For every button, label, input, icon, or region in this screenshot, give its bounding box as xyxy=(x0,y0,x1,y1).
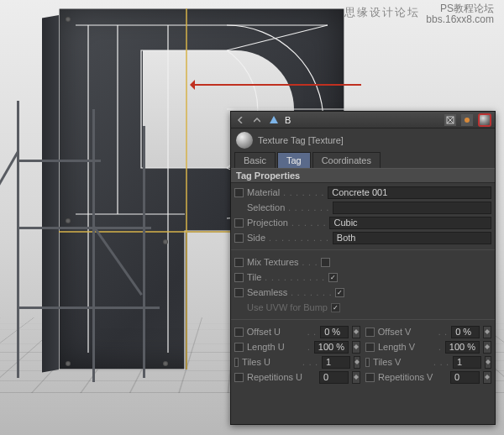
anim-dot-length-v[interactable] xyxy=(365,343,375,352)
scaffold-model xyxy=(0,101,218,386)
length-u-field[interactable]: 100 % xyxy=(314,341,349,354)
checkbox-seamless[interactable]: ✓ xyxy=(335,288,344,297)
watermark-center: 思缘设计论坛 xyxy=(344,5,420,20)
reps-v-spinner[interactable] xyxy=(483,371,491,384)
label-selection: Selection xyxy=(247,202,285,212)
anim-dot-tiles-v[interactable] xyxy=(365,358,370,367)
toolbar-icon-2[interactable] xyxy=(461,114,473,126)
nav-back-button[interactable] xyxy=(234,114,246,126)
label-projection: Projection xyxy=(247,218,288,228)
anim-dot-tiles-u[interactable] xyxy=(234,358,239,367)
object-type-icon xyxy=(268,114,280,126)
panel-toolbar: B xyxy=(231,112,495,128)
reps-v-field[interactable]: 0 xyxy=(450,371,480,384)
offset-v-spinner[interactable] xyxy=(483,326,491,338)
tiles-v-field[interactable]: 1 xyxy=(453,356,481,369)
length-v-spinner[interactable] xyxy=(483,341,491,354)
label-reps-v: Repetitions V xyxy=(378,372,447,382)
tab-basic[interactable]: Basic xyxy=(234,152,276,168)
material-preview-sphere xyxy=(236,132,253,149)
length-v-field[interactable]: 100 % xyxy=(445,341,480,354)
anim-dot-projection[interactable] xyxy=(234,218,244,228)
object-name-field[interactable]: B xyxy=(285,115,439,125)
selection-field[interactable] xyxy=(333,202,491,214)
tag-title: Texture Tag [Texture] xyxy=(258,135,344,145)
label-tile: Tile xyxy=(247,272,261,282)
label-use-uvw: Use UVW for Bump xyxy=(247,302,328,312)
attribute-manager-panel: B Texture Tag [Texture] Basic Tag Coordi… xyxy=(230,111,496,425)
rivet xyxy=(66,17,71,22)
offset-v-field[interactable]: 0 % xyxy=(451,326,480,338)
anim-dot-mix[interactable] xyxy=(234,258,244,267)
label-mix-textures: Mix Textures xyxy=(247,257,299,267)
offset-u-spinner[interactable] xyxy=(352,326,360,338)
label-offset-v: Offset V xyxy=(378,327,435,337)
toolbar-icon-1[interactable] xyxy=(444,114,456,126)
watermark-right: PS教程论坛 bbs.16xx8.com xyxy=(426,3,494,25)
nav-up-button[interactable] xyxy=(251,114,263,126)
svg-marker-2 xyxy=(270,116,278,123)
anim-dot-side[interactable] xyxy=(234,233,244,243)
length-u-spinner[interactable] xyxy=(352,341,360,354)
anim-dot-offset-v[interactable] xyxy=(365,328,375,337)
reps-u-field[interactable]: 0 xyxy=(319,371,349,384)
label-length-v: Length V xyxy=(378,342,435,352)
label-seamless: Seamless xyxy=(247,287,287,297)
anim-dot-length-u[interactable] xyxy=(234,343,244,352)
checkbox-use-uvw[interactable]: ✓ xyxy=(331,303,340,312)
material-tag-thumb-highlighted[interactable] xyxy=(478,113,491,127)
tab-bar: Basic Tag Coordinates xyxy=(231,152,495,168)
anim-dot-offset-u[interactable] xyxy=(234,328,244,337)
tiles-v-spinner[interactable] xyxy=(485,356,491,369)
projection-dropdown[interactable]: Cubic xyxy=(329,217,491,229)
label-tiles-v: Tiles V xyxy=(373,357,430,367)
anim-dot-tile[interactable] xyxy=(234,273,244,282)
reps-u-spinner[interactable] xyxy=(352,371,360,384)
label-tiles-u: Tiles U xyxy=(242,357,299,367)
tiles-u-spinner[interactable] xyxy=(354,356,360,369)
svg-point-4 xyxy=(465,118,470,123)
tiles-u-field[interactable]: 1 xyxy=(322,356,350,369)
axis-arrow-x xyxy=(193,84,361,86)
label-reps-u: Repetitions U xyxy=(247,372,316,382)
offset-u-field[interactable]: 0 % xyxy=(320,326,349,338)
checkbox-mix-textures[interactable] xyxy=(321,258,330,267)
label-offset-u: Offset U xyxy=(247,327,304,337)
anim-dot-material[interactable] xyxy=(234,188,244,197)
section-tag-properties: Tag Properties xyxy=(231,168,495,183)
label-material: Material xyxy=(247,187,280,197)
anim-dot-seamless[interactable] xyxy=(234,288,244,297)
side-dropdown[interactable]: Both xyxy=(333,232,491,244)
anim-dot-reps-v[interactable] xyxy=(365,373,375,382)
checkbox-tile[interactable]: ✓ xyxy=(328,273,338,282)
material-field[interactable]: Concrete 001 xyxy=(328,186,491,199)
label-side: Side xyxy=(247,233,265,243)
tab-coordinates[interactable]: Coordinates xyxy=(312,152,381,168)
tab-tag[interactable]: Tag xyxy=(277,152,311,168)
tag-header: Texture Tag [Texture] xyxy=(231,128,495,152)
anim-dot-reps-u[interactable] xyxy=(234,373,244,382)
label-length-u: Length U xyxy=(247,342,304,352)
